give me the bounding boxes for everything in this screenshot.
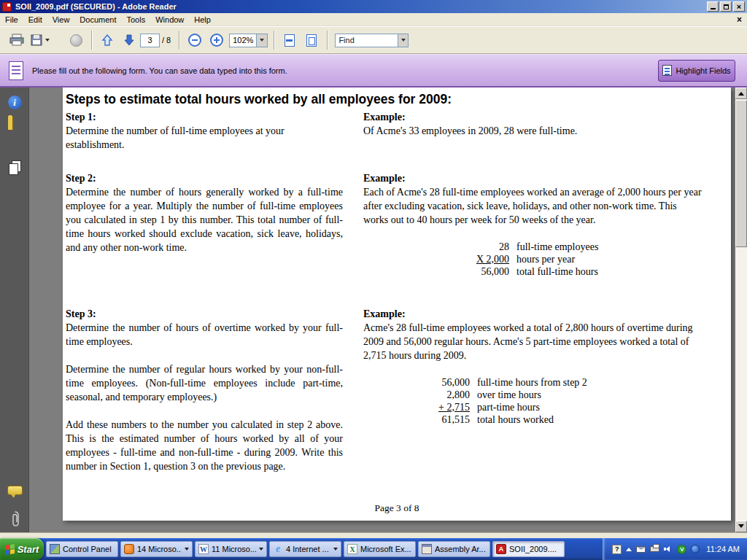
calc-value: 56,000 xyxy=(465,265,516,278)
close-document-button[interactable]: × xyxy=(732,15,747,25)
pages-pane-button[interactable] xyxy=(0,160,29,176)
zoom-level-select[interactable]: 102% xyxy=(229,34,268,47)
next-page-button[interactable] xyxy=(118,29,140,51)
network-tray-icon[interactable] xyxy=(691,545,700,553)
find-input[interactable] xyxy=(335,34,398,47)
word-icon: W xyxy=(198,544,209,554)
control-panel-icon xyxy=(50,544,60,554)
taskbar-group-internet-explorer[interactable]: e 4 Internet ... xyxy=(269,541,341,557)
page-number-input[interactable] xyxy=(140,34,160,47)
step2-block: Step 2: Determine the number of hours ge… xyxy=(66,171,343,268)
restore-button[interactable] xyxy=(720,1,732,12)
chevron-down-icon xyxy=(401,39,406,42)
menu-tools[interactable]: Tools xyxy=(122,14,151,26)
save-copy-button[interactable] xyxy=(28,29,52,51)
security-pane-button[interactable] xyxy=(0,117,29,131)
scroll-down-button[interactable] xyxy=(735,521,747,532)
vertical-scrollbar[interactable] xyxy=(735,88,747,532)
volume-tray-icon[interactable] xyxy=(664,545,673,553)
menubar: File Edit View Document Tools Window Hel… xyxy=(0,13,747,26)
zoom-out-button[interactable] xyxy=(184,29,206,51)
zoom-in-button[interactable] xyxy=(206,29,228,51)
fit-page-button[interactable] xyxy=(301,29,322,51)
pages-icon xyxy=(9,160,21,176)
taskbar-clock[interactable]: 11:24 AM xyxy=(706,545,740,553)
status-strip xyxy=(0,532,747,538)
example1-block: Example: Of Acme's 33 employees in 2009,… xyxy=(363,110,702,152)
taskbar-group-office[interactable]: 14 Microso... xyxy=(120,541,193,557)
minimize-button[interactable] xyxy=(707,1,719,12)
step3-calculation: 56,000 full-time hours from step 2 2,800… xyxy=(430,376,587,426)
calc-label: part-time hours xyxy=(477,401,587,413)
menu-file[interactable]: File xyxy=(0,14,23,26)
collaborate-button-disabled[interactable] xyxy=(65,29,87,51)
taskbar-item-excel[interactable]: X Microsoft Ex... xyxy=(344,541,416,557)
zoom-in-icon xyxy=(210,34,223,47)
print-button[interactable] xyxy=(6,29,28,51)
restore-icon xyxy=(724,4,729,9)
calc-label: total full-time hours xyxy=(516,265,598,278)
calc-row: X 2,000 hours per year xyxy=(465,253,598,265)
toolbar: / 8 102% xyxy=(0,26,747,54)
mail-tray-icon[interactable] xyxy=(636,546,646,553)
taskbar-item-soii-pdf[interactable]: A SOII_2009.... xyxy=(492,541,565,557)
highlight-fields-button[interactable]: Highlight Fields xyxy=(658,60,735,82)
menu-view[interactable]: View xyxy=(47,14,75,26)
zoom-dropdown-button[interactable] xyxy=(256,34,267,47)
find-dropdown-button[interactable] xyxy=(398,34,409,47)
calc-row: 56,000 full-time hours from step 2 xyxy=(430,376,587,389)
navigation-pane-strip: i xyxy=(0,88,29,532)
toolbar-separator xyxy=(91,31,92,50)
step2-calculation: 28 full-time employees X 2,000 hours per… xyxy=(465,241,598,278)
calc-row: 2,800 over time hours xyxy=(430,389,587,401)
menu-edit[interactable]: Edit xyxy=(23,14,47,26)
step3-block: Step 3: Determine the number of hours of… xyxy=(66,307,343,487)
fit-width-button[interactable] xyxy=(279,29,301,51)
calc-label: over time hours xyxy=(477,389,587,401)
page-footer: Page 3 of 8 xyxy=(63,502,731,514)
form-document-icon xyxy=(9,61,23,80)
example1-title: Example: xyxy=(363,110,702,124)
menu-window[interactable]: Window xyxy=(150,14,189,26)
help-tray-icon[interactable]: ? xyxy=(612,545,622,554)
windows-flag-icon xyxy=(5,544,15,555)
info-icon: i xyxy=(8,96,22,109)
show-hidden-icons-chevron[interactable] xyxy=(626,548,632,551)
attachments-pane-button[interactable] xyxy=(0,510,29,528)
info-pane-button[interactable]: i xyxy=(0,96,29,109)
calc-value: + 2,715 xyxy=(430,401,477,413)
document-area: Steps to estimate total hours worked by … xyxy=(29,88,735,532)
zoom-out-icon xyxy=(188,34,201,47)
example3-title: Example: xyxy=(363,307,702,321)
taskbar-item-assembly[interactable]: Assembly Ar... xyxy=(418,541,490,557)
scrollbar-thumb[interactable] xyxy=(735,100,747,247)
menu-document[interactable]: Document xyxy=(74,14,121,26)
taskbar-group-word[interactable]: W 11 Microso... xyxy=(195,541,267,557)
example3-block: Example: Acme's 28 full-time employees w… xyxy=(363,307,702,426)
antivirus-tray-icon[interactable]: V xyxy=(677,545,686,554)
reader-body: i Steps to xyxy=(0,88,747,532)
close-icon: × xyxy=(737,3,741,11)
save-icon xyxy=(30,34,43,47)
comments-pane-button[interactable] xyxy=(0,486,29,495)
close-button[interactable]: × xyxy=(733,1,745,12)
step1-title: Step 1: xyxy=(66,110,343,124)
calc-value: 61,515 xyxy=(430,413,477,426)
calc-row: 56,000 total full-time hours xyxy=(465,265,598,278)
printer-tray-icon[interactable] xyxy=(650,546,659,552)
adobe-reader-app-icon xyxy=(2,2,12,12)
calc-value: X 2,000 xyxy=(465,253,516,265)
zoom-level-value: 102% xyxy=(230,34,256,47)
previous-page-button[interactable] xyxy=(96,29,118,51)
chevron-down-icon xyxy=(260,39,264,42)
chevron-down-icon xyxy=(333,548,338,551)
arrow-down-icon xyxy=(738,524,744,531)
calc-row: + 2,715 part-time hours xyxy=(430,401,587,413)
taskbar-item-control-panel[interactable]: Control Panel xyxy=(46,541,118,557)
menu-help[interactable]: Help xyxy=(189,14,216,26)
scroll-up-button[interactable] xyxy=(735,88,747,99)
step3-title: Step 3: xyxy=(66,307,343,321)
fit-page-icon xyxy=(306,34,317,47)
example2-text: Each of Acme's 28 full-time employees wo… xyxy=(363,185,702,227)
start-button[interactable]: Start xyxy=(0,538,44,560)
